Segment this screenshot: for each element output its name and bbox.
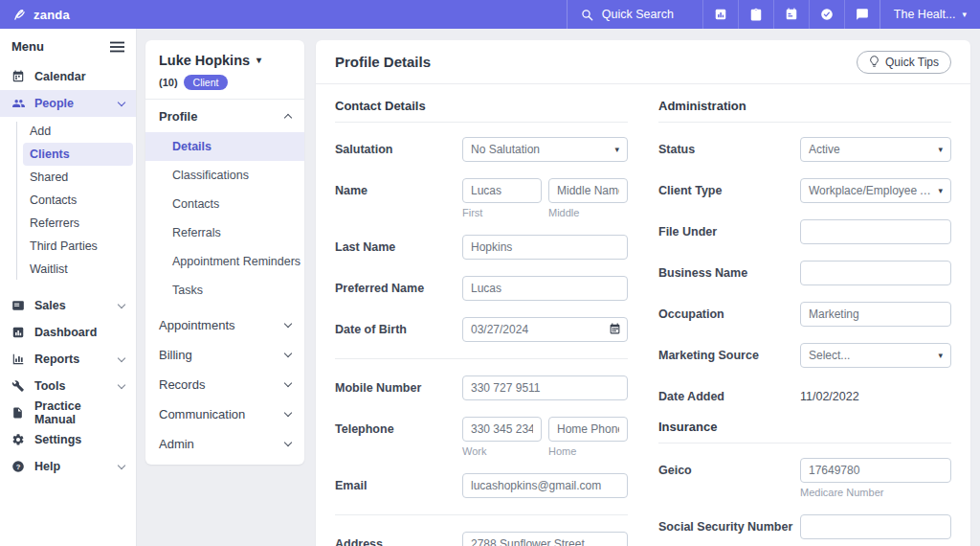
profile-details-panel: Profile Details Quick Tips Contact Detai…	[316, 40, 970, 546]
last-name-input[interactable]	[462, 235, 628, 260]
profile-item-tasks[interactable]: Tasks	[145, 276, 304, 305]
client-type-value: Workplace/Employee Assis...	[809, 184, 932, 197]
section-billing[interactable]: Billing	[145, 340, 304, 370]
dob-input[interactable]	[462, 317, 628, 342]
messages-button[interactable]	[844, 0, 880, 29]
client-type-select[interactable]: Workplace/Employee Assis... ▾	[800, 178, 951, 203]
quick-tips-button[interactable]: Quick Tips	[857, 51, 951, 74]
section-profile[interactable]: Profile	[145, 100, 304, 132]
topbar: zanda Quick Search	[0, 0, 980, 29]
lightbulb-icon	[869, 56, 880, 68]
quick-search-label: Quick Search	[602, 8, 674, 21]
middle-name-input[interactable]	[548, 178, 628, 203]
clipboard-icon	[749, 8, 763, 21]
file-under-input[interactable]	[800, 219, 951, 244]
sidebar-item-people[interactable]: People	[0, 90, 136, 117]
document-icon	[11, 406, 26, 421]
first-name-input[interactable]	[462, 178, 542, 203]
account-label: The Healt...	[894, 8, 956, 21]
dob-label: Date of Birth	[335, 317, 462, 342]
mobile-input[interactable]	[462, 375, 628, 400]
chevron-down-icon: ▾	[938, 352, 943, 360]
quick-tips-label: Quick Tips	[885, 56, 939, 69]
file-under-label: File Under	[658, 219, 800, 244]
sidebar-item-practice-manual[interactable]: Practice Manual	[0, 399, 136, 426]
sidebar-item-dashboard[interactable]: Dashboard	[0, 319, 136, 346]
preferred-name-label: Preferred Name	[335, 276, 462, 301]
divider	[335, 358, 628, 359]
first-helper: First	[462, 207, 542, 218]
chevron-down-icon	[118, 380, 125, 388]
profile-item-appointment-reminders[interactable]: Appointment Reminders	[145, 247, 304, 276]
section-label: Records	[159, 377, 205, 392]
section-communication[interactable]: Communication	[145, 399, 304, 429]
occupation-input[interactable]	[800, 302, 951, 327]
sidebar-item-reports[interactable]: Reports	[0, 346, 136, 373]
chevron-down-icon: ▾	[256, 56, 261, 65]
preferred-name-input[interactable]	[462, 276, 628, 301]
profile-item-contacts[interactable]: Contacts	[145, 190, 304, 218]
section-records[interactable]: Records	[145, 370, 304, 399]
people-icon	[11, 97, 26, 111]
section-label: Communication	[159, 407, 245, 421]
status-select[interactable]: Active ▾	[800, 137, 951, 162]
client-name: Luke Hopkins	[159, 53, 250, 68]
section-admin[interactable]: Admin	[145, 429, 304, 459]
profile-item-details[interactable]: Details	[145, 132, 304, 161]
sidebar-item-calendar[interactable]: Calendar	[0, 63, 136, 90]
sidebar-item-contacts[interactable]: Contacts	[0, 189, 136, 212]
sidebar-item-help[interactable]: ? Help	[0, 453, 136, 480]
profile-item-classifications[interactable]: Classifications	[145, 161, 304, 190]
salutation-select[interactable]: No Salutation ▾	[462, 137, 628, 162]
sidebar-item-settings[interactable]: Settings	[0, 426, 136, 453]
geico-number-input[interactable]	[800, 458, 951, 483]
sidebar-item-shared[interactable]: Shared	[0, 166, 136, 189]
sidebar-item-clients[interactable]: Clients	[23, 143, 133, 166]
business-name-input[interactable]	[800, 261, 951, 285]
quick-search[interactable]: Quick Search	[567, 0, 702, 29]
sidebar-item-tools[interactable]: Tools	[0, 373, 136, 399]
sidebar-item-sales[interactable]: Sales	[0, 292, 136, 319]
occupation-label: Occupation	[658, 302, 800, 327]
business-name-label: Business Name	[658, 261, 800, 285]
administration-section: Administration Status Active ▾ Client Ty…	[658, 99, 951, 546]
section-heading: Administration	[658, 99, 951, 123]
client-name-dropdown[interactable]: Luke Hopkins ▾	[159, 53, 291, 68]
marketing-source-select[interactable]: Select... ▾	[800, 343, 951, 368]
calendar-icon[interactable]	[609, 323, 621, 335]
sidebar-item-add[interactable]: Add	[0, 120, 136, 143]
date-added-value: 11/02/2022	[800, 384, 951, 403]
stats-button[interactable]	[702, 0, 738, 29]
tasks-button[interactable]	[809, 0, 844, 29]
account-menu[interactable]: The Healt... ▾	[880, 0, 980, 29]
brand-logo[interactable]: zanda	[0, 0, 81, 29]
chevron-down-icon	[118, 98, 125, 105]
sales-icon	[11, 299, 26, 313]
profile-item-referrals[interactable]: Referrals	[145, 218, 304, 247]
calendar-button[interactable]	[773, 0, 809, 29]
chevron-down-icon	[118, 353, 125, 361]
address-input[interactable]	[462, 532, 628, 546]
sidebar-item-third-parties[interactable]: Third Parties	[0, 235, 136, 258]
chat-icon	[856, 8, 869, 21]
hamburger-icon[interactable]	[110, 41, 124, 53]
section-appointments[interactable]: Appointments	[145, 310, 304, 340]
email-label: Email	[335, 473, 462, 498]
work-phone-input[interactable]	[462, 417, 542, 442]
sidebar-item-waitlist[interactable]: Waitlist	[0, 258, 136, 281]
client-type-label: Client Type	[658, 178, 800, 203]
email-input[interactable]	[462, 473, 628, 498]
contact-details-section: Contact Details Salutation No Salutation…	[335, 99, 628, 546]
ssn-input[interactable]	[800, 514, 951, 539]
date-added-label: Date Added	[658, 384, 800, 403]
help-icon: ?	[11, 460, 26, 474]
client-nav-panel: Luke Hopkins ▾ (10) Client Profile Detai…	[145, 40, 304, 465]
medicare-number-helper: Medicare Number	[800, 487, 951, 498]
status-label: Status	[658, 137, 800, 162]
clipboard-button[interactable]	[738, 0, 773, 29]
svg-text:?: ?	[16, 463, 21, 471]
sidebar-item-referrers[interactable]: Referrers	[0, 212, 136, 235]
people-submenu: Add Clients Shared Contacts Referrers Th…	[0, 117, 136, 284]
home-phone-input[interactable]	[548, 417, 628, 442]
check-circle-icon	[820, 8, 834, 21]
